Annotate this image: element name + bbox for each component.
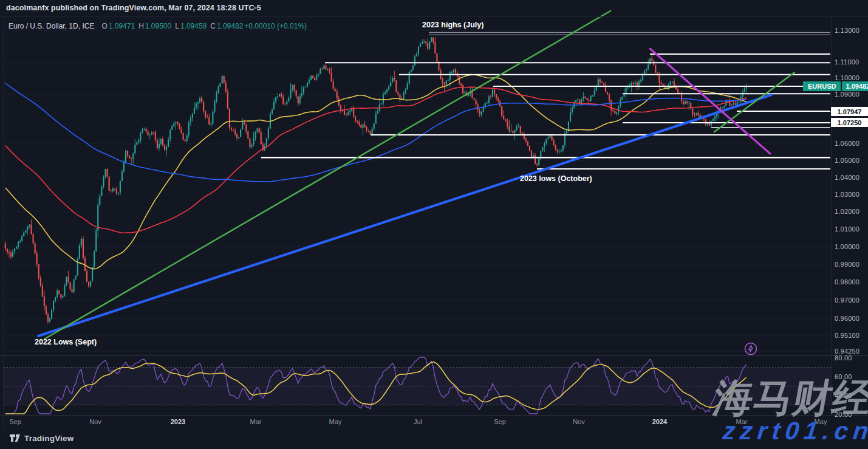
annotation-2022-lows[interactable]: 2022 Lows (Sept) (35, 338, 97, 346)
footer-brand: TradingView (24, 434, 73, 443)
publish-header: dacolmanfx published on TradingView.com,… (6, 4, 261, 12)
open-label: O (101, 22, 107, 30)
current-price-badge: EURUSD 1.09482 (803, 81, 868, 91)
candle-wicks-down (5, 37, 736, 324)
ma-line-50[interactable] (5, 75, 747, 269)
change-value: +0.00010 (+0.01%) (244, 22, 307, 30)
badge-symbol: EURUSD (803, 81, 841, 91)
close-value: 1.09482 (217, 22, 243, 30)
footer-logo[interactable]: TradingView (10, 434, 73, 443)
flash-bolt-icon[interactable] (743, 341, 758, 356)
level-badge-107947: 1.07947 (831, 107, 868, 116)
badge-price: 1.09482 (842, 81, 868, 91)
level-badge-107250: 1.07250 (831, 118, 868, 127)
symbol-title: Euro / U.S. Dollar, 1D, ICE (9, 22, 94, 30)
high-value: 1.09500 (145, 22, 171, 30)
close-label: C (210, 22, 216, 30)
high-label: H (138, 22, 144, 30)
symbol-legend: Euro / U.S. Dollar, 1D, ICEO1.09471H1.09… (9, 22, 307, 30)
candles-up (12, 38, 747, 322)
ma-line-200[interactable] (5, 83, 747, 182)
watermark-url: zzrt01.cn (722, 417, 868, 445)
low-label: L (175, 22, 179, 30)
candles-down (5, 38, 736, 322)
low-value: 1.09458 (180, 22, 207, 30)
tradingview-mark-icon (10, 434, 20, 443)
tradingview-published-chart: dacolmanfx published on TradingView.com,… (0, 0, 868, 449)
annotation-2023-lows[interactable]: 2023 lows (October) (520, 174, 592, 183)
annotation-2023-highs[interactable]: 2023 highs (July) (422, 21, 484, 29)
open-value: 1.09471 (109, 22, 135, 30)
candle-wicks-up (13, 37, 747, 323)
